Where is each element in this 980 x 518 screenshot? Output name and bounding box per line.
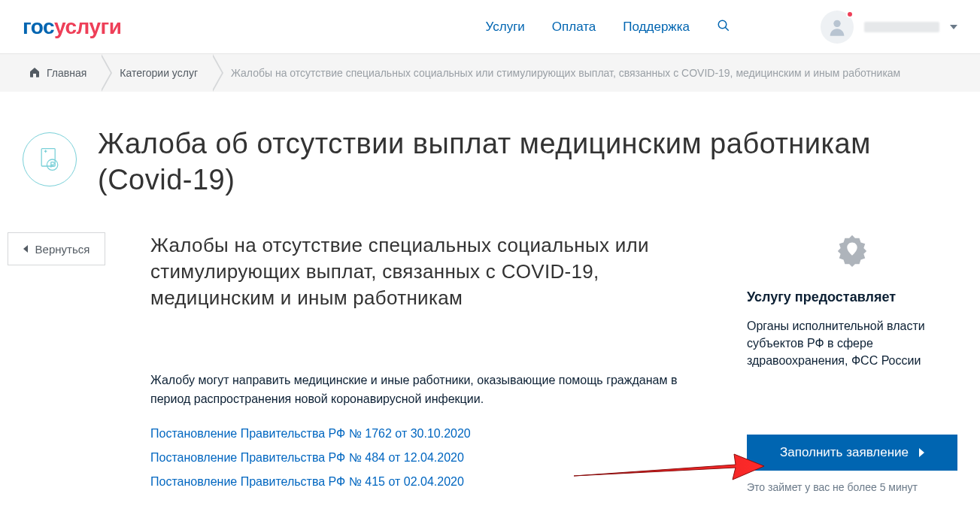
nav-support[interactable]: Поддержка bbox=[623, 20, 690, 35]
chevron-left-icon bbox=[23, 245, 28, 253]
top-nav: Услуги Оплата Поддержка bbox=[486, 19, 730, 35]
breadcrumb-home[interactable]: Главная bbox=[23, 54, 100, 92]
breadcrumb-current-label: Жалобы на отсутствие специальных социаль… bbox=[231, 67, 900, 79]
svg-point-2 bbox=[833, 20, 840, 26]
logo-part-1: гос bbox=[23, 15, 54, 39]
decree-link-2[interactable]: Постановление Правительства РФ № 484 от … bbox=[150, 451, 717, 465]
breadcrumb-current: Жалобы на отсутствие специальных социаль… bbox=[211, 54, 957, 92]
svg-rect-3 bbox=[41, 149, 55, 166]
home-icon bbox=[29, 66, 41, 80]
coat-of-arms-icon bbox=[835, 232, 869, 267]
service-subtitle: Жалобы на отсутствие специальных социаль… bbox=[150, 232, 717, 311]
notification-dot-icon bbox=[846, 11, 854, 18]
top-bar: госуслуги Услуги Оплата Поддержка bbox=[0, 0, 980, 54]
nav-services[interactable]: Услуги bbox=[486, 20, 525, 35]
fill-application-button[interactable]: Заполнить заявление bbox=[747, 435, 957, 471]
decree-link-1[interactable]: Постановление Правительства РФ № 1762 от… bbox=[150, 427, 717, 441]
user-menu[interactable] bbox=[821, 11, 957, 44]
svg-line-1 bbox=[725, 27, 729, 31]
chevron-down-icon[interactable] bbox=[950, 25, 957, 29]
document-ruble-icon bbox=[23, 132, 77, 186]
user-name-blurred bbox=[864, 22, 939, 32]
site-logo[interactable]: госуслуги bbox=[23, 15, 121, 39]
provider-text: Органы исполнительной власти субъектов Р… bbox=[747, 317, 957, 370]
provider-heading: Услугу предоставляет bbox=[747, 289, 957, 305]
chevron-right-icon bbox=[919, 448, 924, 457]
page-title: Жалоба об отсутствии выплат медицинским … bbox=[98, 126, 957, 198]
back-button-label: Вернуться bbox=[35, 243, 90, 256]
search-icon[interactable] bbox=[717, 19, 730, 35]
avatar bbox=[821, 11, 854, 44]
cta-note: Это займет у вас не более 5 минут bbox=[747, 481, 957, 493]
title-block: Жалоба об отсутствии выплат медицинским … bbox=[0, 92, 980, 205]
svg-point-0 bbox=[718, 20, 727, 29]
cta-label: Заполнить заявление bbox=[780, 445, 909, 460]
breadcrumb-home-label: Главная bbox=[47, 67, 86, 79]
back-button[interactable]: Вернуться bbox=[8, 232, 105, 265]
decree-link-3[interactable]: Постановление Правительства РФ № 415 от … bbox=[150, 475, 717, 489]
logo-part-2: услуги bbox=[54, 15, 121, 39]
breadcrumb-categories[interactable]: Категории услуг bbox=[100, 54, 211, 92]
breadcrumb: Главная Категории услуг Жалобы на отсутс… bbox=[0, 54, 980, 92]
service-description: Жалобу могут направить медицинские и ины… bbox=[150, 371, 717, 409]
nav-payment[interactable]: Оплата bbox=[552, 20, 596, 35]
breadcrumb-categories-label: Категории услуг bbox=[120, 67, 198, 79]
